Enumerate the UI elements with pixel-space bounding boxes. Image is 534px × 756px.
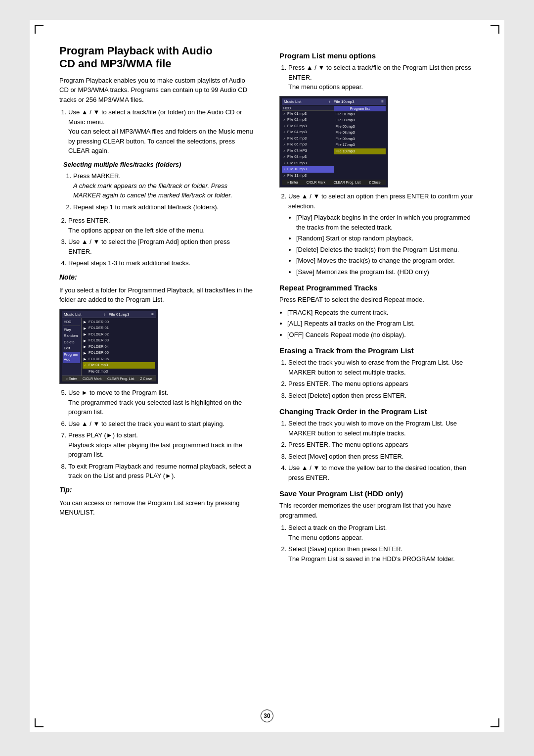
main-steps-continued: Press ENTER. The options appear on the l…	[68, 216, 255, 268]
screen1-footer: ○ Enter C/CLR Mark CLEAR Prog. List Z Cl…	[62, 376, 156, 381]
pl-file08: File 08.mp3	[334, 130, 386, 136]
option-move: [Move] Moves the track(s) to change the …	[296, 256, 475, 266]
repeat-options: [TRACK] Repeats the current track. [ALL]…	[287, 308, 475, 340]
step-4: Repeat steps 1-3 to mark additional trac…	[68, 258, 255, 268]
step-5: Use ► to move to the Program list. The p…	[68, 388, 255, 417]
s2-file10: ♪File 10.mp3	[282, 166, 334, 173]
selecting-steps: Press MARKER. A check mark appears on th…	[73, 171, 255, 212]
screen2-header: Music List ♪ File 10.mp3 ≡	[282, 98, 386, 105]
prog-step-2: Use ▲ / ▼ to select an option then press…	[288, 191, 475, 277]
repeat-all: [ALL] Repeats all tracks on the Program …	[287, 319, 475, 329]
step-7: Press PLAY (►) to start. Playback stops …	[68, 430, 255, 460]
repeat-intro: Press REPEAT to select the desired Repea…	[279, 295, 475, 305]
changing-step-3: Select [Move] option then press ENTER.	[288, 452, 475, 462]
screen2-image: Music List ♪ File 10.mp3 ≡ HDD ♪File 01.…	[279, 96, 388, 188]
note-text: If you select a folder for Programmed Pl…	[59, 285, 255, 305]
erase-step-2: Press ENTER. The menu options appears	[288, 379, 475, 389]
s2-file11: ♪File 11.mp3	[282, 173, 334, 179]
screen2-body: HDD ♪File 01.mp3 ♪File 02.mp3 ♪File 03.m…	[282, 106, 386, 179]
s2-file05: ♪File 05.mp3	[282, 136, 334, 142]
s2-file07: ♪File 07.MP3	[282, 148, 334, 154]
corner-mark-tr	[490, 25, 499, 34]
file-row-folder06: ▶FOLDER 06	[83, 356, 155, 363]
page-number: 30	[261, 709, 273, 722]
pl-file10: File 10.mp3	[334, 148, 386, 155]
tip-label: Tip:	[59, 485, 255, 495]
step-6: Use ▲ / ▼ to select the track you want t…	[68, 419, 255, 429]
file-row-folder01: ▶FOLDER 01	[83, 325, 155, 331]
corner-mark-br	[490, 718, 499, 727]
save-intro: This recorder memorizes the user program…	[279, 501, 475, 520]
s2-file06: ♪File 06.mp3	[282, 142, 334, 148]
intro-paragraph: Program Playback enables you to make cus…	[59, 76, 255, 105]
erase-steps: Select the track you wish to erase from …	[288, 358, 475, 400]
option-save: [Save] Memorizes the program list. (HDD …	[296, 267, 475, 277]
main-title: Program Playback with Audio CD and MP3/W…	[59, 45, 255, 71]
repeat-off: [OFF] Cancels Repeat mode (no display).	[287, 330, 475, 340]
selecting-step-1: Press MARKER. A check mark appears on th…	[73, 171, 255, 200]
s2-file08: ♪File 08.mp3	[282, 154, 334, 160]
page: Program Playback with Audio CD and MP3/W…	[30, 20, 504, 732]
pl-file09: File 09.mp3	[334, 136, 386, 142]
repeat-title: Repeat Programmed Tracks	[279, 284, 475, 292]
prog-list-header: Program list	[334, 106, 386, 111]
screen1-image: Music List ♪ File 01.mp3 ≡ HDD Play Rand…	[59, 309, 158, 384]
step-8: To exit Program Playback and resume norm…	[68, 462, 255, 481]
screen2-hdd: HDD	[282, 106, 334, 111]
prog-steps-2: Use ▲ / ▼ to select an option then press…	[288, 191, 475, 277]
steps-5-8: Use ► to move to the Program list. The p…	[68, 388, 255, 481]
changing-step-4: Use ▲ / ▼ to move the yellow bar to the …	[288, 463, 475, 482]
option-random: [Random] Start or stop random playback.	[296, 234, 475, 243]
changing-steps: Select the track you wish to move on the…	[288, 419, 475, 482]
file-row-folder03: ▶FOLDER 03	[83, 337, 155, 344]
s2-file04: ♪File 04.mp3	[282, 129, 334, 136]
menu-item-programadd: Program Add	[63, 352, 80, 363]
selecting-title: Selecting multiple files/tracks (folders…	[63, 160, 255, 170]
screen1-file-list: ▶FOLDER 00 ▶FOLDER 01 ▶FOLDER 02 ▶FOLDER…	[82, 318, 156, 376]
prog-step-1: Press ▲ / ▼ to select a track/file on th…	[288, 63, 475, 92]
changing-step-1: Select the track you wish to move on the…	[288, 419, 475, 438]
tip-text: You can access or remove the Program Lis…	[59, 498, 255, 518]
main-steps: Use ▲ / ▼ to select a track/file (or fol…	[68, 107, 255, 156]
right-column: Program List menu options Press ▲ / ▼ to…	[274, 45, 475, 567]
screen2-right: Program list File 01.mp3 File 03.mp3 Fil…	[334, 106, 386, 179]
pl-file05: File 05.mp3	[334, 124, 386, 130]
menu-item-play: Play	[63, 327, 80, 333]
option-play: [Play] Playback begins in the order in w…	[296, 213, 475, 232]
note-label: Note:	[59, 272, 255, 283]
screen2-footer: ○ Enter C/CLR Mark CLEAR Prog. List Z Cl…	[282, 180, 386, 185]
save-step-1: Select a track on the Program List. The …	[288, 523, 475, 542]
left-column: Program Playback with Audio CD and MP3/W…	[59, 45, 260, 567]
pl-file01: File 01.mp3	[334, 111, 386, 118]
screen1-header: Music List ♪ File 01.mp3 ≡	[62, 311, 156, 318]
pl-file03: File 03.mp3	[334, 117, 386, 124]
file-row-folder05: ▶FOLDER 05	[83, 350, 155, 356]
file-row-file01: ✓File 01.mp3	[83, 362, 155, 369]
s2-file01: ♪File 01.mp3	[282, 111, 334, 117]
file-row-folder02: ▶FOLDER 02	[83, 331, 155, 338]
s2-file03: ♪File 03.mp3	[282, 123, 334, 130]
save-step-2: Select [Save] option then press ENTER. T…	[288, 544, 475, 564]
file-row-folder00: ▶FOLDER 00	[83, 319, 155, 326]
changing-title: Changing Track Order in the Program List	[279, 407, 475, 416]
program-list-title: Program List menu options	[279, 51, 475, 60]
s2-file09: ♪File 09.mp3	[282, 160, 334, 167]
screen2-left: HDD ♪File 01.mp3 ♪File 02.mp3 ♪File 03.m…	[282, 106, 334, 179]
file-row-file02: File 02.mp3	[83, 369, 155, 375]
erase-title: Erasing a Track from the Program List	[279, 346, 475, 355]
option-delete: [Delete] Deletes the track(s) from the P…	[296, 245, 475, 255]
step-2: Press ENTER. The options appear on the l…	[68, 216, 255, 235]
corner-mark-bl	[35, 718, 44, 727]
menu-item-edit: Edit	[63, 345, 80, 352]
file-row-folder04: ▶FOLDER 04	[83, 344, 155, 350]
s2-file02: ♪File 02.mp3	[282, 117, 334, 123]
step-1: Use ▲ / ▼ to select a track/file (or fol…	[68, 107, 255, 156]
menu-item-delete: Delete	[63, 339, 80, 346]
prog-steps: Press ▲ / ▼ to select a track/file on th…	[288, 63, 475, 92]
save-title: Save Your Program List (HDD only)	[279, 489, 475, 498]
screen1-left-menu: HDD Play Random Delete Edit Program Add	[62, 318, 82, 376]
menu-item-random: Random	[63, 333, 80, 339]
step-3: Use ▲ / ▼ to select the [Program Add] op…	[68, 237, 255, 256]
screen1-body: HDD Play Random Delete Edit Program Add …	[62, 318, 156, 376]
repeat-track: [TRACK] Repeats the current track.	[287, 308, 475, 318]
